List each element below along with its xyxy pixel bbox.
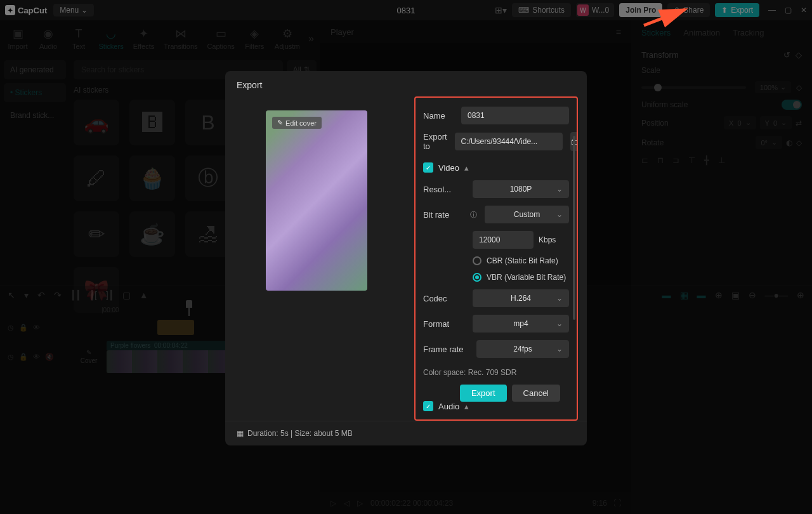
- kbps-label: Kbps: [539, 235, 556, 244]
- codec-select[interactable]: H.264: [473, 289, 569, 307]
- bitrate-select[interactable]: Custom: [485, 206, 569, 223]
- vbr-radio[interactable]: [473, 273, 481, 282]
- film-icon: ▦: [237, 429, 244, 438]
- scrollbar[interactable]: [573, 136, 575, 320]
- export-to-label: Export to: [423, 132, 447, 151]
- format-select[interactable]: mp4: [473, 315, 569, 333]
- chevron-up-icon: ▴: [464, 163, 469, 173]
- colorspace-info: Color space: Rec. 709 SDR: [423, 368, 569, 377]
- cbr-radio-row[interactable]: CBR (Static Bit Rate): [473, 256, 569, 265]
- vbr-radio-row[interactable]: VBR (Variable Bit Rate): [473, 273, 569, 282]
- format-label: Format: [423, 319, 465, 329]
- video-checkbox[interactable]: ✓: [423, 162, 433, 173]
- edit-cover-button[interactable]: ✎ Edit cover: [272, 117, 322, 129]
- video-section-header[interactable]: ✓ Video ▴: [423, 162, 569, 173]
- framerate-select[interactable]: 24fps: [476, 340, 569, 358]
- framerate-label: Frame rate: [423, 345, 469, 354]
- cancel-button[interactable]: Cancel: [512, 385, 560, 402]
- export-preview: ✎ Edit cover: [266, 110, 367, 291]
- cbr-radio[interactable]: [473, 256, 481, 265]
- chevron-up-icon: ▴: [464, 402, 469, 411]
- info-icon[interactable]: ⓘ: [470, 210, 477, 220]
- audio-checkbox[interactable]: ✓: [423, 401, 433, 411]
- codec-label: Codec: [423, 294, 465, 303]
- audio-section-header[interactable]: ✓ Audio ▴: [423, 401, 569, 411]
- dialog-title: Export: [225, 71, 587, 96]
- bitrate-kbps-input[interactable]: [473, 231, 534, 249]
- export-path-input[interactable]: [455, 133, 563, 150]
- duration-info: Duration: 5s | Size: about 5 MB: [247, 429, 353, 438]
- resolution-label: Resol...: [423, 185, 465, 194]
- export-dialog: Export ✎ Edit cover Name Export to 🗀: [225, 71, 587, 445]
- export-form: Name Export to 🗀 ✓ Video ▴ Resol... 1080…: [414, 96, 578, 421]
- resolution-select[interactable]: 1080P: [473, 180, 569, 198]
- export-confirm-button[interactable]: Export: [460, 385, 507, 402]
- bitrate-label: Bit rate: [423, 210, 465, 220]
- name-input[interactable]: [461, 107, 569, 124]
- pencil-icon: ✎: [277, 119, 283, 127]
- name-label: Name: [423, 111, 454, 121]
